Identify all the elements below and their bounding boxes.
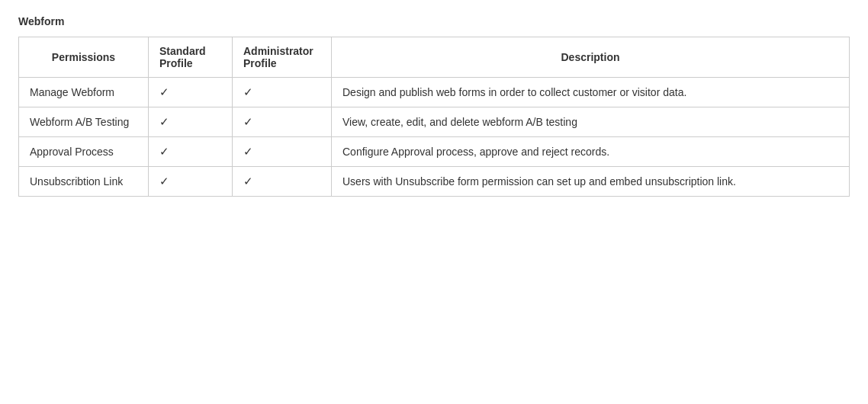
header-description: Description <box>332 37 850 78</box>
permission-name: Unsubscribtion Link <box>19 167 149 197</box>
standard-check: ✓ <box>149 78 233 107</box>
table-row: Unsubscribtion Link✓✓Users with Unsubscr… <box>19 167 850 197</box>
admin-check: ✓ <box>233 78 332 107</box>
permissions-table: Permissions Standard Profile Administrat… <box>18 37 850 197</box>
permission-description: Configure Approval process, approve and … <box>332 137 850 167</box>
standard-check: ✓ <box>149 167 233 197</box>
table-row: Approval Process✓✓Configure Approval pro… <box>19 137 850 167</box>
permission-name: Approval Process <box>19 137 149 167</box>
admin-check: ✓ <box>233 137 332 167</box>
permission-name: Webform A/B Testing <box>19 107 149 137</box>
permission-description: View, create, edit, and delete webform A… <box>332 107 850 137</box>
admin-check: ✓ <box>233 167 332 197</box>
permission-description: Users with Unsubscribe form permission c… <box>332 167 850 197</box>
header-admin-profile: Administrator Profile <box>233 37 332 78</box>
section-title: Webform <box>18 15 850 27</box>
standard-check: ✓ <box>149 107 233 137</box>
permission-name: Manage Webform <box>19 78 149 107</box>
header-permissions: Permissions <box>19 37 149 78</box>
section-container: Webform Permissions Standard Profile Adm… <box>18 15 850 197</box>
header-standard-profile: Standard Profile <box>149 37 233 78</box>
permission-description: Design and publish web forms in order to… <box>332 78 850 107</box>
table-header-row: Permissions Standard Profile Administrat… <box>19 37 850 78</box>
table-row: Webform A/B Testing✓✓View, create, edit,… <box>19 107 850 137</box>
table-row: Manage Webform✓✓Design and publish web f… <box>19 78 850 107</box>
standard-check: ✓ <box>149 137 233 167</box>
admin-check: ✓ <box>233 107 332 137</box>
